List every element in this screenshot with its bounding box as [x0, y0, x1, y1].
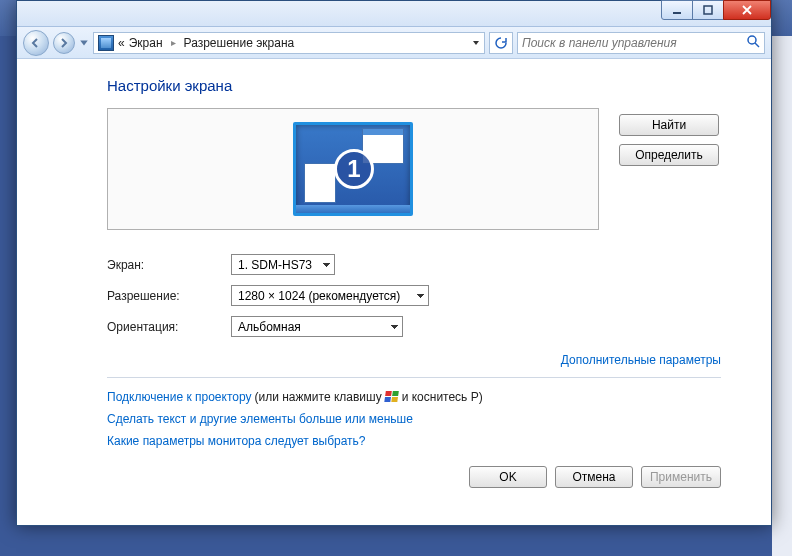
titlebar	[17, 1, 771, 27]
breadcrumb-bar[interactable]: « Экран ▸ Разрешение экрана	[93, 32, 485, 54]
minimize-button[interactable]	[661, 0, 693, 20]
background-sidebar	[772, 36, 792, 556]
content-area: Настройки экрана 1 Найти Определить Экра…	[17, 59, 771, 502]
find-button[interactable]: Найти	[619, 114, 719, 136]
projector-hint-a: (или нажмите клавишу	[255, 390, 382, 404]
svg-point-2	[748, 36, 756, 44]
dialog-buttons: OK Отмена Применить	[107, 466, 721, 488]
maximize-button[interactable]	[692, 0, 724, 20]
svg-rect-0	[673, 12, 681, 14]
search-icon[interactable]	[746, 34, 760, 51]
text-size-link[interactable]: Сделать текст и другие элементы больше и…	[107, 412, 413, 426]
resolution-label: Разрешение:	[107, 289, 231, 303]
page-heading: Настройки экрана	[107, 77, 721, 94]
cancel-button[interactable]: Отмена	[555, 466, 633, 488]
breadcrumb-pre: «	[118, 36, 125, 50]
chevron-right-icon: ▸	[167, 37, 180, 48]
orientation-select[interactable]: Альбомная	[231, 316, 403, 337]
which-monitor-link[interactable]: Какие параметры монитора следует выбрать…	[107, 434, 366, 448]
forward-button[interactable]	[53, 32, 75, 54]
refresh-button[interactable]	[489, 32, 513, 54]
search-input[interactable]	[522, 36, 746, 50]
apply-button[interactable]: Применить	[641, 466, 721, 488]
advanced-settings-link[interactable]: Дополнительные параметры	[561, 353, 721, 367]
mock-window-icon	[304, 163, 336, 203]
projector-link[interactable]: Подключение к проектору	[107, 390, 252, 404]
display-select[interactable]: 1. SDM-HS73	[231, 254, 335, 275]
monitor-number: 1	[334, 149, 374, 189]
breadcrumb-item[interactable]: Разрешение экрана	[180, 36, 299, 50]
back-button[interactable]	[23, 30, 49, 56]
close-button[interactable]	[723, 0, 771, 20]
window-controls	[662, 0, 771, 20]
breadcrumb-item[interactable]: Экран	[125, 36, 167, 50]
display-icon	[98, 35, 114, 51]
windows-key-icon	[385, 391, 399, 403]
mock-taskbar	[296, 205, 410, 213]
detect-button[interactable]: Определить	[619, 144, 719, 166]
projector-hint-b: и коснитесь P)	[402, 390, 483, 404]
orientation-label: Ориентация:	[107, 320, 231, 334]
navigation-bar: « Экран ▸ Разрешение экрана	[17, 27, 771, 59]
svg-rect-1	[704, 6, 712, 14]
history-dropdown[interactable]	[79, 34, 89, 52]
search-box[interactable]	[517, 32, 765, 54]
ok-button[interactable]: OK	[469, 466, 547, 488]
display-settings-window: « Экран ▸ Разрешение экрана Настройки эк…	[16, 0, 772, 526]
breadcrumb-dropdown[interactable]	[472, 39, 480, 47]
resolution-select[interactable]: 1280 × 1024 (рекомендуется)	[231, 285, 429, 306]
display-label: Экран:	[107, 258, 231, 272]
monitor-thumbnail[interactable]: 1	[293, 122, 413, 216]
divider	[107, 377, 721, 378]
display-preview[interactable]: 1	[107, 108, 599, 230]
